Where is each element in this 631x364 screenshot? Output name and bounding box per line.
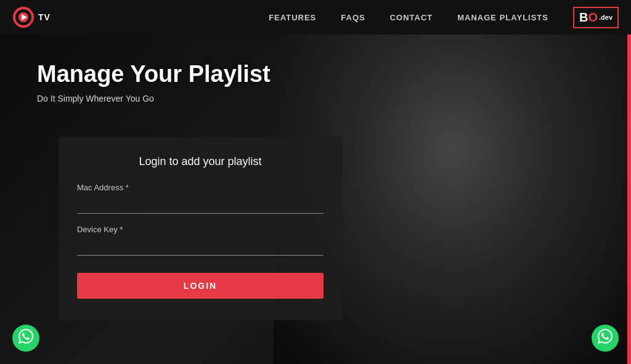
mac-address-group: Mac Address * [77, 183, 324, 214]
login-button[interactable]: LOGIN [77, 273, 324, 299]
device-key-group: Device Key * [77, 225, 324, 256]
login-card: Login to add your playlist Mac Address *… [59, 137, 342, 320]
logo-icon [12, 6, 35, 28]
nav-links: FEATURES FAQS CONTACT MANAGE PLAYLISTS [269, 13, 548, 22]
bodev-logo[interactable]: B O .dev [573, 7, 619, 28]
hero-subtitle: Do It Simply Wherever You Go [37, 94, 271, 103]
login-card-title: Login to add your playlist [77, 155, 324, 168]
nav-manage-playlists[interactable]: MANAGE PLAYLISTS [457, 13, 548, 22]
bodev-dev: .dev [599, 14, 613, 21]
red-accent-border [627, 0, 631, 364]
device-key-label: Device Key * [77, 225, 324, 234]
nav-faqs[interactable]: FAQS [341, 13, 365, 22]
hero-title: Manage Your Playlist [37, 62, 271, 87]
device-key-input[interactable] [77, 238, 324, 256]
logo-tv-label: TV [38, 12, 51, 22]
hero-content: Manage Your Playlist Do It Simply Wherev… [37, 62, 271, 103]
logo[interactable]: TV [12, 6, 51, 28]
whatsapp-icon-right [598, 329, 613, 347]
navbar: TV FEATURES FAQS CONTACT MANAGE PLAYLIST… [0, 0, 631, 34]
hero-section: Manage Your Playlist Do It Simply Wherev… [0, 0, 631, 364]
whatsapp-icon-left [18, 329, 33, 347]
nav-features[interactable]: FEATURES [269, 13, 316, 22]
bodev-b: B [579, 10, 588, 25]
whatsapp-button-left[interactable] [12, 325, 39, 352]
bodev-o: O [588, 10, 598, 25]
nav-contact[interactable]: CONTACT [390, 13, 433, 22]
mac-address-input[interactable] [77, 196, 324, 214]
whatsapp-button-right[interactable] [592, 325, 619, 352]
mac-address-label: Mac Address * [77, 183, 324, 192]
